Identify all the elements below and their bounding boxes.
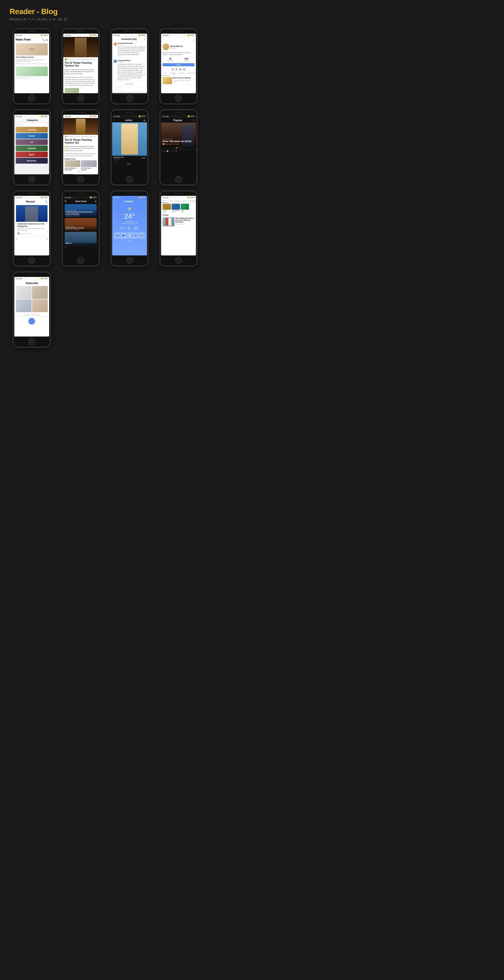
tab-all[interactable]: All [161,72,169,76]
hashtag-paris[interactable]: #paris Follow [181,204,189,213]
phone-comments: 9:41 AM 📶 100% ‹ Comments (52) ⬆ Amanda … [107,28,152,105]
back-icon[interactable]: ‹ [16,200,16,203]
recent-article-card[interactable]: Underwater Adventures in the Philippines… [16,205,48,236]
article-card-1[interactable]: 🍽 10 Cooking Lessons I recently stumbled… [14,43,49,65]
hero-figure-2 [76,119,85,134]
key-u[interactable]: U [133,93,136,93]
back-icon[interactable]: ‹ [113,200,114,202]
tab-business[interactable]: Business [174,199,181,203]
like-action[interactable]: ♥ 99 [163,150,165,152]
menu-icon[interactable]: ☰ [16,238,18,240]
article-card-2[interactable]: 7 days ago • 3 min read [14,65,49,80]
profile-article-card[interactable]: Street Art as a Passion More street art … [161,76,196,85]
key-r[interactable]: R [123,93,126,93]
follow-button[interactable]: Follow [163,63,195,66]
key-o[interactable]: O [140,93,143,93]
related-card-a[interactable]: How (And Why) To Travel Alone [65,160,80,170]
comment-action[interactable]: 💬 2 [167,150,169,152]
comment-input[interactable]: Comment... › [113,87,145,91]
weather-screen: 9:41 AM 📶 100% ‹ London ⋮ ☀ 24° Sunny da… [112,196,147,255]
load-more-button[interactable]: LOAD MORE [112,82,147,86]
grid-icon[interactable]: ▦ [144,119,145,121]
page-dot-active [128,241,129,242]
related-img-b [81,160,97,167]
tab-design[interactable]: Design & Art [169,72,177,76]
grid-icon[interactable]: ▦ [46,38,48,41]
instagram-icon[interactable]: in [179,68,182,71]
category-art[interactable]: Art [16,139,48,145]
share-icon[interactable]: ⬆ [144,38,145,40]
search-icon[interactable]: 🔍 [42,38,45,41]
author-avatar-2 [65,135,67,137]
city-name: London [124,200,133,203]
dark-card-3[interactable]: When a... [65,232,97,245]
key-i[interactable]: I [136,93,139,93]
menu-icon-dark[interactable]: ☰ [65,247,66,249]
follow-btn-3[interactable]: Follow [181,212,189,213]
search-icon[interactable]: 🔍 [45,200,48,203]
related-card-b[interactable]: The Truth About Travelers [81,160,97,170]
share-icon[interactable]: ⬆ [193,119,195,121]
link-icon[interactable]: 🔗 [183,68,186,71]
tab-programming[interactable]: Programming [186,72,196,76]
back-icon[interactable]: ‹ [113,119,114,121]
category-cooking[interactable]: Cooking [16,127,48,133]
tab-culture[interactable]: Culture [181,199,188,203]
author-name: By Nancy in Travel [68,59,80,60]
share-action[interactable]: ↗ 11 [171,150,174,152]
dot-1 [177,147,178,148]
key-p[interactable]: P [143,93,146,93]
key-q[interactable]: Q [113,93,116,93]
comment-content-1: Amanda McDonald 7 days ago Me is its beh… [118,43,145,57]
phone-article: 9:41 AM 📶 100% By Nancy in Travel 7 days… [59,28,103,105]
popular-carousel-dots [161,146,196,149]
email-input[interactable]: ENTER YOUR EMAIL [16,313,48,317]
send-icon[interactable]: › [143,88,144,91]
category-sport[interactable]: Sport [16,152,48,158]
hashtag-bigtableread[interactable]: #BigTableRead Follow [172,204,180,213]
filter-icon[interactable]: ▦ [95,200,97,202]
follow-btn-2[interactable]: Follow [172,212,180,213]
category-travel[interactable]: Travel [16,133,48,139]
key-w[interactable]: W [116,93,119,93]
follow-btn-1[interactable]: Follow [163,212,171,213]
subscribe-screen: 9:41 AM 📶 100% ‹ Subscribe ❋ ENTER YOU [14,277,49,337]
facebook-icon[interactable]: f [175,68,178,71]
recent-article-text: Building the new great mobile app for cl… [18,228,46,232]
gallery-dot-active [128,163,129,164]
gallery-main-image[interactable] [112,123,147,156]
page-dots [112,240,147,243]
comment-time-2: 7 days ago [118,61,145,63]
comments-header-2: Comments See All (52) [63,173,98,174]
popular-article-1[interactable]: Why reading 100 books a year won't make … [161,216,196,228]
tab-travel[interactable]: Travel [167,199,174,203]
dark-card-1[interactable]: By Amanda in Travel Understanding Irma, … [65,204,97,217]
search-icon[interactable]: 🔍 [65,200,67,202]
back-icon[interactable]: ‹ [16,119,16,121]
twitter-icon[interactable]: T [171,68,174,71]
share-icon[interactable]: ⬆ [193,39,195,41]
article-meta: By Nancy in Travel 7 days ago 3 min read [63,57,98,61]
category-animals[interactable]: Animals [16,145,48,151]
back-icon[interactable]: ‹ [113,38,114,40]
page-dot-2 [131,241,131,242]
tab-technology[interactable]: Technology [188,199,196,203]
see-all-link-2[interactable]: See All (52) [89,174,96,174]
hashtag-bitcoin[interactable]: #bitcoin Follow [163,204,171,213]
dark-card-2[interactable]: By Owen in Sport Quad Racing in Sahara 6… [65,218,97,231]
tab-startups[interactable]: Startups [177,72,186,76]
key-e[interactable]: E [120,93,123,93]
category-search[interactable]: 🔍 Search [16,123,48,126]
menu-icon[interactable]: ⋮ [144,200,145,202]
back-icon[interactable]: ‹ [163,119,163,121]
home-icon[interactable]: ⊡ [46,238,48,240]
submit-button[interactable]: → [29,318,35,325]
heart-icon[interactable]: ♥ [141,157,142,159]
key-t[interactable]: T [126,93,129,93]
home-icon-dark[interactable]: ⊡ [95,247,97,249]
key-y[interactable]: Y [129,93,133,93]
bookmark-action[interactable]: 🔖 [175,150,177,152]
category-business[interactable]: Business [16,158,48,164]
forecast-temp-4: -4° -2° [132,237,139,238]
tab-home[interactable]: Home [161,199,168,203]
